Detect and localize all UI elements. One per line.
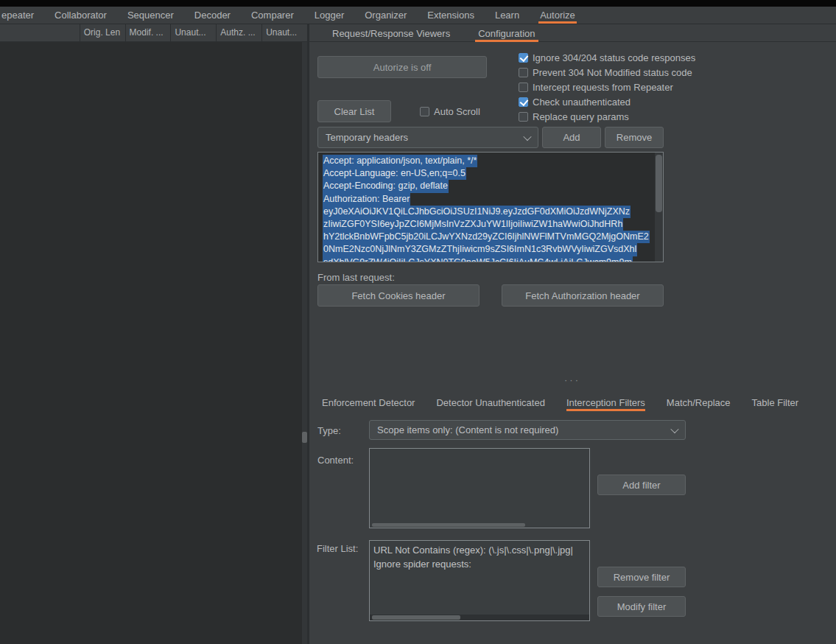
tab-decoder[interactable]: Decoder <box>184 7 241 24</box>
header-line: Accept-Language: en-US,en;q=0.5 <box>323 167 466 180</box>
results-column-id[interactable] <box>0 24 80 42</box>
splitter-handle-icon[interactable]: ··· <box>564 374 580 385</box>
header-line: hY2tlckBnbWFpbC5jb20iLCJwYXNzd29yZCI6Ijh… <box>323 231 650 243</box>
header-line: Accept: application/json, text/plain, */… <box>323 155 477 167</box>
tool-tabbar: epeater Collaborator Sequencer Decoder C… <box>0 7 836 24</box>
checkbox-icon[interactable] <box>519 97 528 107</box>
option-label: Intercept requests from Repeater <box>533 82 673 93</box>
tab-interception-filters[interactable]: Interception Filters <box>566 393 645 411</box>
tab-table-filter[interactable]: Table Filter <box>752 393 799 411</box>
results-table-header: Orig. Len Modif. ... Unaut... Authz. ...… <box>0 24 307 42</box>
header-line: Accept-Encoding: gzip, deflate <box>323 180 449 192</box>
results-column-orig-len[interactable]: Orig. Len <box>80 24 125 42</box>
option-intercept-repeater[interactable]: Intercept requests from Repeater <box>519 80 695 94</box>
results-scrollbar-thumb[interactable] <box>302 432 307 443</box>
header-line: 0NmE2Nzc0NjJlNmY3ZGMzZThjIiwicm9sZSI6ImN… <box>323 243 637 256</box>
filter-list: URL Not Contains (regex): (\.js|\.css|\.… <box>369 540 590 621</box>
headers-editor[interactable]: Accept: application/json, text/plain, */… <box>317 152 664 262</box>
clear-list-button[interactable]: Clear List <box>317 100 391 122</box>
content-label: Content: <box>317 455 354 466</box>
tab-comparer[interactable]: Comparer <box>241 7 304 24</box>
headers-type-value: Temporary headers <box>326 132 408 143</box>
content-input[interactable] <box>369 448 590 528</box>
tab-detector-unauthenticated[interactable]: Detector Unauthenticated <box>436 393 544 411</box>
viewer-tabbar: Request/Response Viewers Configuration <box>322 24 546 42</box>
header-line: zIiwiZGF0YSI6eyJpZCI6MjMsInVzZXJuYW1lIjo… <box>323 218 623 231</box>
filter-type-dropdown[interactable]: Scope items only: (Content is not requir… <box>369 420 686 440</box>
option-label: Replace query params <box>533 111 629 122</box>
fetch-cookies-button[interactable]: Fetch Cookies header <box>317 284 480 307</box>
fetch-authorization-button[interactable]: Fetch Authorization header <box>502 284 664 307</box>
checkbox-icon[interactable] <box>519 83 528 92</box>
from-last-request-label: From last request: <box>317 272 395 283</box>
checkbox-icon[interactable] <box>519 68 528 77</box>
tab-sequencer[interactable]: Sequencer <box>117 7 184 24</box>
option-check-unauthenticated[interactable]: Check unauthenticated <box>519 94 695 109</box>
tab-match-replace[interactable]: Match/Replace <box>667 393 731 411</box>
option-label: Prevent 304 Not Modified status code <box>533 67 692 78</box>
second-row: Orig. Len Modif. ... Unaut... Authz. ...… <box>0 24 836 42</box>
checkbox-icon[interactable] <box>519 112 528 122</box>
results-scrollbar-track[interactable] <box>302 42 307 644</box>
results-column-modif-len[interactable]: Modif. ... <box>125 24 171 42</box>
tab-logger[interactable]: Logger <box>304 7 354 24</box>
remove-filter-button[interactable]: Remove filter <box>597 567 686 587</box>
filter-list-hscrollbar-thumb[interactable] <box>372 615 460 620</box>
burp-autorize-window: epeater Collaborator Sequencer Decoder C… <box>0 0 836 644</box>
chevron-down-icon <box>670 424 678 433</box>
tab-collaborator[interactable]: Collaborator <box>44 7 117 24</box>
filters-tabbar: Enforcement Detector Detector Unauthenti… <box>322 393 798 411</box>
add-header-button[interactable]: Add <box>542 127 601 148</box>
filter-type-value: Scope items only: (Content is not requir… <box>377 424 558 435</box>
window-top-strip <box>0 0 836 7</box>
remove-header-button[interactable]: Remove <box>605 127 664 148</box>
filter-list-item[interactable]: Ignore spider requests: <box>370 557 589 571</box>
autorize-toggle-button[interactable]: Autorize is off <box>317 56 487 78</box>
tab-request-response-viewers[interactable]: Request/Response Viewers <box>322 24 460 42</box>
content-hscrollbar-thumb[interactable] <box>372 523 525 527</box>
auto-scroll-option[interactable]: Auto Scroll <box>420 104 480 119</box>
tab-configuration[interactable]: Configuration <box>468 24 545 42</box>
editor-scrollbar-thumb[interactable] <box>656 155 662 212</box>
modify-filter-button[interactable]: Modify filter <box>597 596 686 617</box>
filter-list-item[interactable]: URL Not Contains (regex): (\.js|\.css|\.… <box>370 543 589 557</box>
option-prevent-304[interactable]: Prevent 304 Not Modified status code <box>519 65 695 80</box>
config-options: Ignore 304/204 status code responses Pre… <box>519 50 695 124</box>
results-column-authz-status[interactable]: Authz. ... <box>216 24 261 42</box>
header-line: sdXhlVG9rZW4iOiIiLCJsYXN0TG9naW5JcCI6IjA… <box>323 256 633 262</box>
option-label: Ignore 304/204 status code responses <box>533 52 695 63</box>
option-ignore-304[interactable]: Ignore 304/204 status code responses <box>519 50 695 65</box>
option-replace-query-params[interactable]: Replace query params <box>519 109 695 124</box>
header-line: Authorization: Bearer <box>323 193 410 206</box>
option-label: Check unauthenticated <box>533 97 630 108</box>
header-line: eyJ0eXAiOiJKV1QiLCJhbGciOiJSUzI1NiJ9.eyJ… <box>323 206 630 218</box>
chevron-down-icon <box>523 132 531 140</box>
tab-learn[interactable]: Learn <box>485 7 530 24</box>
add-filter-button[interactable]: Add filter <box>597 475 686 495</box>
checkbox-icon[interactable] <box>420 107 429 116</box>
results-column-unauth-status[interactable]: Unaut... <box>261 24 307 42</box>
headers-type-dropdown[interactable]: Temporary headers <box>317 127 538 148</box>
tab-repeater[interactable]: epeater <box>0 7 44 24</box>
results-column-unauth-len[interactable]: Unaut... <box>170 24 216 42</box>
tab-organizer[interactable]: Organizer <box>354 7 417 24</box>
results-table-body <box>0 42 302 644</box>
filter-list-label: Filter List: <box>317 543 358 554</box>
tab-extensions[interactable]: Extensions <box>417 7 485 24</box>
checkbox-icon[interactable] <box>519 53 528 63</box>
vertical-splitter[interactable] <box>307 24 309 644</box>
tab-autorize[interactable]: Autorize <box>530 7 586 24</box>
auto-scroll-label: Auto Scroll <box>434 106 480 117</box>
tab-enforcement-detector[interactable]: Enforcement Detector <box>322 393 415 411</box>
type-label: Type: <box>317 425 341 436</box>
